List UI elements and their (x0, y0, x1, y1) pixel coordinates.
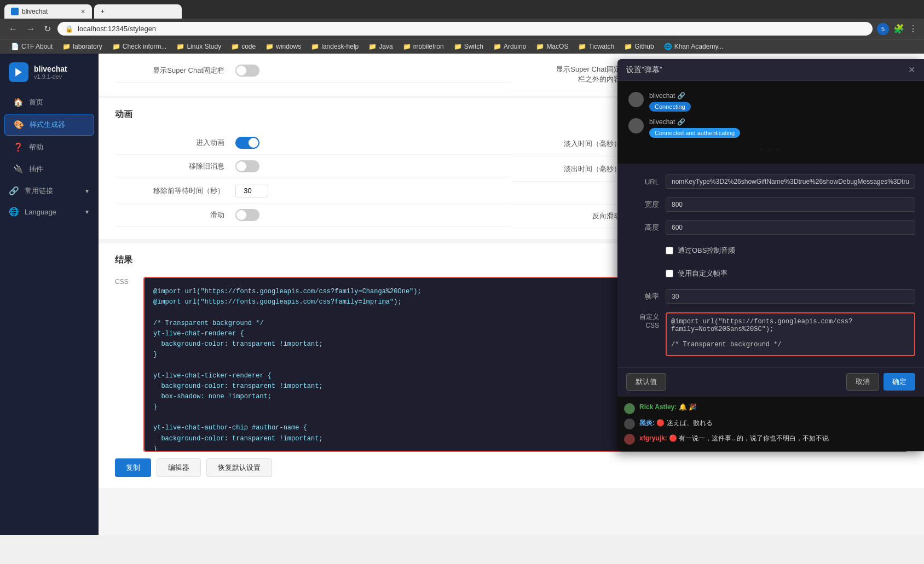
height-input[interactable] (666, 220, 915, 235)
tab-close-button[interactable]: ✕ (80, 8, 85, 15)
super-chat-left-col: 显示Super Chat固定栏 (115, 59, 511, 90)
remove-old-messages-row: 移除旧消息 (115, 155, 511, 178)
dialog-close-button[interactable]: ✕ (908, 65, 915, 75)
copy-button[interactable]: 复制 (115, 458, 151, 477)
chat-message-2: 黑炎: 🔴 迷えば、败れる (617, 416, 924, 432)
dialog-title: 设置"弹幕" (626, 65, 662, 75)
width-label: 宽度 (626, 200, 659, 210)
bookmark-github[interactable]: 📁 Github (620, 42, 658, 51)
app-name: blivechat (34, 65, 67, 73)
toolbar-icons: 5 🧩 ⋮ (877, 23, 917, 35)
tab-title: blivechat (22, 8, 48, 15)
remove-old-messages-toggle[interactable] (235, 160, 259, 172)
chat-text-2: 迷えば、败れる (667, 419, 713, 427)
avatar-1 (628, 92, 644, 107)
cancel-button[interactable]: 取消 (846, 373, 879, 391)
custom-css-textarea[interactable]: @import url("https://fonts.googleapis.co… (666, 312, 915, 356)
settings-icon[interactable]: ⋮ (909, 24, 917, 34)
bookmark-java[interactable]: 📁 Java (364, 42, 397, 51)
enter-animation-control (235, 137, 511, 149)
browser-chrome: blivechat ✕ + ← → ↻ 🔒 localhost:12345/st… (0, 0, 924, 54)
dialog-preview: blivechat 🔗 Connecting blivechat 🔗 Conne… (617, 81, 924, 164)
new-tab-button[interactable]: + (94, 4, 182, 19)
bookmark-ctf-about[interactable]: 📄 CTF About (7, 42, 57, 51)
chat-username-2: blivechat 🔗 (649, 118, 740, 126)
sidebar-item-home[interactable]: 🏠 首页 (4, 92, 94, 113)
bookmarks-bar: 📄 CTF About 📁 laboratory 📁 Check inform.… (0, 39, 924, 54)
sidebar-item-links[interactable]: 🔗 常用链接 ▼ (0, 181, 99, 201)
animation-left-col: 进入动画 移除旧消息 (115, 131, 511, 228)
fps-label: 帧率 (626, 292, 659, 301)
width-spin (666, 197, 915, 212)
enter-animation-toggle[interactable] (235, 137, 259, 149)
width-input[interactable] (666, 197, 915, 212)
chat-content-1: Rick Astley: 🔔 🎉 (639, 403, 697, 411)
profile-button[interactable]: 5 (877, 23, 889, 35)
sidebar-item-plugins[interactable]: 🔌 插件 (4, 159, 94, 179)
custom-fps-checkbox[interactable] (666, 270, 673, 277)
browser-tab-active[interactable]: blivechat ✕ (4, 4, 92, 19)
chat-content-3: xfgryujk: 🔴 有一说一，这件事...的，说了你也不明白，不如不说 (639, 434, 829, 443)
forward-button[interactable]: → (24, 23, 37, 35)
help-icon: ❓ (13, 142, 24, 152)
remove-old-messages-control (235, 160, 511, 172)
lock-icon: 🔒 (65, 25, 73, 33)
chevron-down-icon-lang: ▼ (84, 209, 90, 215)
bookmark-windows[interactable]: 📁 windows (261, 42, 305, 51)
bookmark-icon: 📁 (112, 43, 120, 50)
bookmark-macos[interactable]: 📁 MacOS (532, 42, 573, 51)
fps-row: 帧率 (626, 285, 915, 308)
remove-wait-time-input[interactable] (235, 184, 268, 197)
extensions-icon[interactable]: 🧩 (893, 24, 904, 34)
bookmark-code[interactable]: 📁 code (227, 42, 260, 51)
back-button[interactable]: ← (7, 23, 20, 35)
super-chat-toggle-left[interactable] (235, 65, 259, 77)
chat-bubble-2: blivechat 🔗 Connected and authenticating (649, 118, 740, 138)
bookmark-landesk[interactable]: 📁 landesk-help (307, 42, 363, 51)
height-row: 高度 (626, 216, 915, 239)
bookmark-khan-academy[interactable]: 🌐 Khan Academy... (660, 42, 728, 51)
chat-username-1: blivechat 🔗 (649, 92, 691, 100)
sidebar: blivechat v1.9.1-dev 🏠 首页 🎨 样式生成器 ❓ 帮助 🔌… (0, 54, 99, 535)
bookmark-linux-study[interactable]: 📁 Linux Study (172, 42, 226, 51)
width-row: 宽度 (626, 193, 915, 216)
bookmark-laboratory[interactable]: 📁 laboratory (58, 42, 106, 51)
avatar-2 (628, 118, 644, 133)
custom-fps-row: 使用自定义帧率 (626, 262, 915, 285)
editor-button[interactable]: 编辑器 (157, 458, 201, 477)
url-input[interactable] (666, 175, 915, 189)
custom-css-row: 自定义CSS @import url("https://fonts.google… (626, 308, 915, 361)
chat-content-2: 黑炎: 🔴 迷えば、败れる (639, 418, 713, 428)
bookmark-icon: 📁 (403, 43, 411, 50)
sidebar-item-style-generator[interactable]: 🎨 样式生成器 (4, 114, 94, 136)
bookmark-icon: 📁 (493, 43, 501, 50)
address-bar[interactable]: 🔒 localhost:12345/stylegen (57, 22, 873, 36)
bookmark-check-inform[interactable]: 📁 Check inform... (108, 42, 171, 51)
sidebar-item-language[interactable]: 🌐 Language ▼ (0, 201, 99, 222)
super-chat-bar-label-right: 显示Super Chat固定 栏之外的内容 (511, 65, 632, 84)
app-container: blivechat v1.9.1-dev 🏠 首页 🎨 样式生成器 ❓ 帮助 🔌… (0, 54, 924, 535)
bookmark-ticwatch[interactable]: 📁 Ticwatch (574, 42, 619, 51)
toggle-slider-left (235, 65, 259, 77)
bookmark-icon: 📁 (454, 43, 462, 50)
sidebar-item-help[interactable]: ❓ 帮助 (4, 137, 94, 158)
height-spin (666, 220, 915, 235)
obs-audio-checkbox[interactable] (666, 247, 673, 254)
slide-toggle[interactable] (235, 209, 259, 221)
confirm-button[interactable]: 确定 (883, 373, 915, 391)
default-button[interactable]: 默认值 (626, 373, 666, 391)
style-generator-icon: 🎨 (14, 120, 24, 130)
bookmark-icon: 📁 (624, 43, 632, 50)
dialog-footer: 默认值 取消 确定 (617, 367, 924, 396)
bookmark-switch[interactable]: 📁 Switch (449, 42, 488, 51)
bookmark-mobileiron[interactable]: 📁 mobileIron (399, 42, 448, 51)
bookmark-icon: 📁 (368, 43, 377, 50)
reset-button[interactable]: 恢复默认设置 (206, 458, 272, 477)
reload-button[interactable]: ↻ (42, 22, 53, 35)
remove-wait-time-control (235, 184, 511, 197)
bookmark-arduino[interactable]: 📁 Arduino (489, 42, 530, 51)
dialog-title-bar: 设置"弹幕" ✕ (617, 59, 924, 81)
super-chat-bar-label-left: 显示Super Chat固定栏 (115, 66, 235, 75)
fps-input[interactable] (666, 289, 915, 304)
bookmark-icon: 📁 (176, 43, 184, 50)
